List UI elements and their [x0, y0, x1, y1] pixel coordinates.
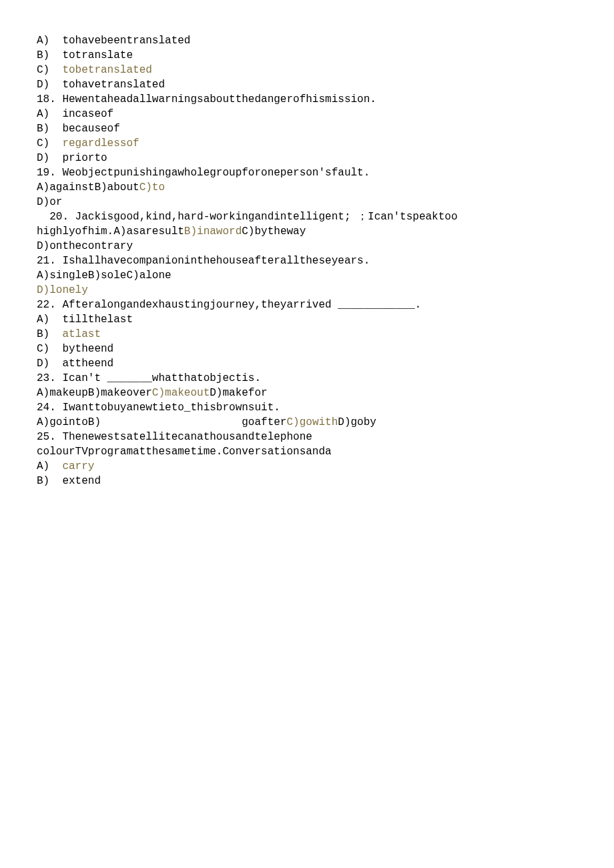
highlighted-text: C)makeout — [152, 387, 210, 399]
plain-text: C) — [37, 137, 62, 149]
text-line: D) tohavetranslated — [37, 77, 614, 92]
text-line: C) tobetranslated — [37, 63, 614, 77]
text-line: 21. Ishallhavecompanioninthehouseafteral… — [37, 254, 614, 268]
plain-text: A)againstB)about — [37, 181, 139, 193]
plain-text: 25. Thenewestsatellitecanathousandteleph… — [37, 431, 312, 443]
plain-text: B) totranslate — [37, 49, 133, 61]
plain-text: B) becauseof — [37, 123, 120, 135]
text-line: A)gointoB) goafterC)gowithD)goby — [37, 415, 614, 430]
text-line: D)lonely — [37, 283, 614, 298]
plain-text: 23. Ican't _______whatthatobjectis. — [37, 372, 261, 384]
highlighted-text: atlast — [62, 328, 101, 340]
text-line: 23. Ican't _______whatthatobjectis. — [37, 371, 614, 386]
plain-text: D) attheend — [37, 358, 113, 370]
plain-text: D) tohavetranslated — [37, 79, 165, 91]
text-line: A) tillthelast — [37, 312, 614, 327]
plain-text: B) extend — [37, 475, 101, 487]
text-line: B) totranslate — [37, 48, 614, 63]
plain-text: D)onthecontrary — [37, 240, 133, 252]
plain-text: D)goby — [338, 416, 376, 428]
highlighted-text: B)inaword — [184, 226, 242, 238]
text-line: A)singleB)soleC)alone — [37, 268, 614, 283]
text-line: B) extend — [37, 474, 614, 488]
text-line: 19. Weobjectpunishingawholegroupforonepe… — [37, 165, 614, 180]
plain-text: A) — [37, 460, 62, 472]
plain-text: A) tillthelast — [37, 314, 133, 326]
highlighted-text: regardlessof — [62, 137, 139, 149]
text-line: 20. Jackisgood,kind,hard-workingandintel… — [37, 209, 614, 224]
plain-text: 24. Iwanttobuyanewtieto_thisbrownsuit. — [37, 402, 280, 414]
text-line: D)onthecontrary — [37, 239, 614, 254]
plain-text: D) priorto — [37, 152, 107, 164]
plain-text: A)singleB)soleC)alone — [37, 270, 172, 282]
plain-text: 20. Jackisgood,kind,hard-workingandintel… — [37, 211, 458, 223]
plain-text: C) bytheend — [37, 343, 113, 355]
text-line: A)makeupB)makeoverC)makeoutD)makefor — [37, 386, 614, 400]
text-line: B) becauseof — [37, 121, 614, 136]
plain-text: A) incaseof — [37, 108, 113, 120]
highlighted-text: C)gowith — [286, 416, 338, 428]
text-line: D) priorto — [37, 151, 614, 165]
highlighted-text: C)to — [139, 181, 165, 193]
text-line: C) regardlessof — [37, 136, 614, 151]
text-line: A) incaseof — [37, 107, 614, 121]
plain-text: colourTVprogramatthesametime.Conversatio… — [37, 446, 332, 458]
text-line: C) bytheend — [37, 342, 614, 356]
plain-text: B) — [37, 328, 62, 340]
text-line: 24. Iwanttobuyanewtieto_thisbrownsuit. — [37, 400, 614, 415]
plain-text: A)gointoB) goafter — [37, 416, 286, 428]
plain-text: 21. Ishallhavecompanioninthehouseafteral… — [37, 255, 370, 267]
highlighted-text: D)lonely — [37, 284, 88, 296]
plain-text: A)makeupB)makeover — [37, 387, 152, 399]
text-line: A) carry — [37, 459, 614, 474]
text-line: 18. Hewentaheadallwarningsaboutthedanger… — [37, 92, 614, 107]
highlighted-text: carry — [62, 460, 94, 472]
text-line: D)or — [37, 195, 614, 209]
text-line: colourTVprogramatthesametime.Conversatio… — [37, 444, 614, 459]
plain-text: A) tohavebeentranslated — [37, 35, 190, 47]
plain-text: 19. Weobjectpunishingawholegroupforonepe… — [37, 167, 370, 179]
text-line: D) attheend — [37, 356, 614, 371]
text-line: A) tohavebeentranslated — [37, 33, 614, 48]
document-body: A) tohavebeentranslatedB) totranslateC) … — [37, 33, 614, 488]
text-line: 22. Afteralongandexhaustingjourney,theya… — [37, 298, 614, 312]
plain-text: D)makefor — [210, 387, 267, 399]
text-line: 25. Thenewestsatellitecanathousandteleph… — [37, 430, 614, 444]
plain-text: 18. Hewentaheadallwarningsaboutthedanger… — [37, 93, 376, 105]
text-line: B) atlast — [37, 327, 614, 342]
plain-text: highlyofhim.A)asaresult — [37, 226, 184, 238]
text-line: highlyofhim.A)asaresultB)inawordC)bythew… — [37, 224, 614, 239]
plain-text: C) — [37, 64, 62, 76]
text-line: A)againstB)aboutC)to — [37, 180, 614, 195]
plain-text: 22. Afteralongandexhaustingjourney,theya… — [37, 299, 421, 311]
highlighted-text: tobetranslated — [62, 64, 151, 76]
plain-text: D)or — [37, 196, 62, 208]
plain-text: C)bytheway — [242, 226, 306, 238]
